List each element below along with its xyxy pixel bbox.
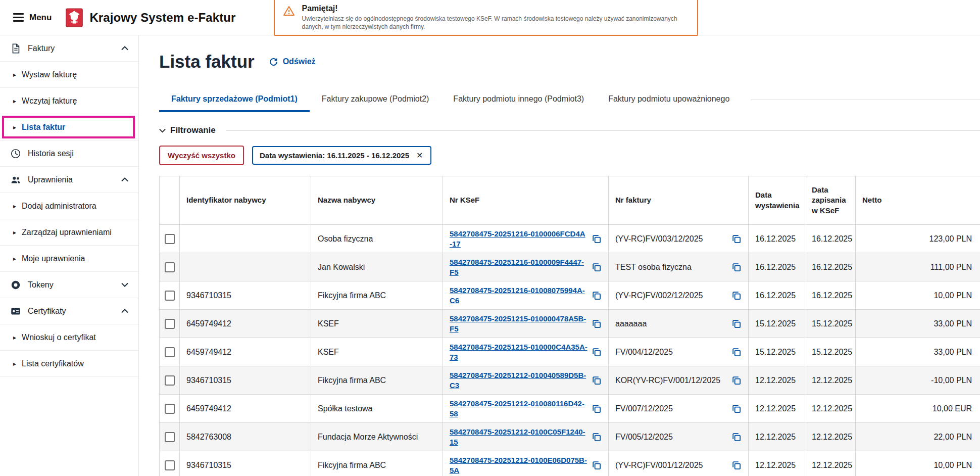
issue-date-cell: 12.12.2025 [749, 366, 805, 395]
ksef-save-date-cell: 12.12.2025 [805, 395, 856, 423]
sidebar-item-lista-faktur[interactable]: ▸ Lista faktur [0, 114, 138, 140]
menu-button[interactable]: Menu [13, 13, 52, 23]
column-header-nazwa-nabywcy: Nazwa nabywcy [311, 176, 443, 225]
tab-faktury-sprzedazowe[interactable]: Faktury sprzedażowe (Podmiot1) [159, 87, 310, 112]
ksef-number-link[interactable]: 5842708475-20251212-010040589D5B-C3 [450, 370, 587, 390]
remove-filter-icon[interactable]: ✕ [415, 151, 424, 160]
ksef-number-link[interactable]: 5842708475-20251212-0100E06D075B-5A [450, 455, 587, 475]
tabs-divider-line [751, 100, 980, 100]
select-column-header [160, 176, 180, 225]
tab-faktury-podmiotu-upowaznionego[interactable]: Faktury podmiotu upoważnionego [596, 87, 742, 112]
copy-ksef-number-icon[interactable] [592, 291, 602, 301]
sidebar-item-wczytaj-fakture[interactable]: ▸ Wczytaj fakturę [0, 88, 138, 114]
copy-ksef-number-icon[interactable] [592, 404, 602, 414]
row-checkbox[interactable] [165, 262, 175, 272]
copy-ksef-number-icon[interactable] [592, 460, 602, 470]
netto-cell: 111,00 PLN [856, 253, 980, 281]
buyer-name-cell: Fikcyjna firma ABC [311, 366, 443, 395]
invoice-number-cell: KOR(YV-RC)FV/001/12/2025 [609, 366, 749, 395]
copy-invoice-number-icon[interactable] [731, 291, 742, 301]
ksef-number-link[interactable]: 5842708475-20251216-01008075994A-C6 [450, 285, 587, 305]
invoice-document-icon [10, 43, 21, 54]
sidebar-item-moje-uprawnienia[interactable]: ▸ Moje uprawnienia [0, 246, 138, 272]
invoice-number-cell: FV/007/12/2025 [609, 395, 749, 423]
buyer-name-cell: KSEF [311, 310, 443, 338]
invoice-row: 9346710315Fikcyjna firma ABC5842708475-2… [160, 281, 980, 310]
copy-ksef-number-icon[interactable] [592, 347, 602, 357]
netto-cell: 33,00 PLN [856, 310, 980, 338]
copy-invoice-number-icon[interactable] [731, 404, 742, 414]
sidebar-item-label: Wystaw fakturę [22, 70, 77, 79]
sidebar-item-zarzadzaj-uprawnieniami[interactable]: ▸ Zarządzaj uprawnieniami [0, 219, 138, 246]
copy-ksef-number-icon[interactable] [592, 432, 602, 442]
invoice-row: 9346710315Fikcyjna firma ABC5842708475-2… [160, 366, 980, 395]
row-select-cell [160, 395, 180, 423]
top-header: Menu Krajowy System e-Faktur Pamiętaj! U… [0, 0, 980, 35]
copy-invoice-number-icon[interactable] [731, 432, 742, 442]
buyer-name-cell: Fikcyjna firma ABC [311, 281, 443, 310]
copy-ksef-number-icon[interactable] [592, 375, 602, 386]
clear-all-filters-button[interactable]: Wyczyść wszystko [159, 146, 244, 165]
copy-invoice-number-icon[interactable] [731, 262, 742, 272]
filter-chip-label: Data wystawienia: 16.11.2025 - 16.12.202… [260, 151, 409, 160]
sidebar-item-label: Certyfikaty [28, 307, 66, 316]
ksef-number-cell: 5842708475-20251216-0100006FCD4A-17 [443, 225, 609, 253]
sidebar-item-dodaj-administratora[interactable]: ▸ Dodaj administratora [0, 193, 138, 219]
row-select-cell [160, 338, 180, 366]
sidebar-item-certyfikaty[interactable]: Certyfikaty [0, 298, 138, 324]
invoice-number-text: FV/005/12/2025 [615, 433, 673, 442]
copy-invoice-number-icon[interactable] [731, 460, 742, 470]
buyer-name-cell: Osoba fizyczna [311, 225, 443, 253]
copy-ksef-number-icon[interactable] [592, 319, 602, 329]
ksef-number-link[interactable]: 5842708475-20251215-010000C4A35A-73 [450, 342, 587, 362]
copy-ksef-number-icon[interactable] [592, 262, 602, 272]
invoice-row: Osoba fizyczna5842708475-20251216-010000… [160, 225, 980, 253]
column-header-data-wystawienia: Data wystawienia [749, 176, 805, 225]
sidebar-item-wnioskuj-o-certyfikat[interactable]: ▸ Wnioskuj o certyfikat [0, 324, 138, 351]
sidebar-item-faktury[interactable]: Faktury [0, 35, 138, 62]
copy-invoice-number-icon[interactable] [731, 347, 742, 357]
row-checkbox[interactable] [165, 319, 175, 329]
row-checkbox[interactable] [165, 291, 175, 301]
active-filters-row: Wyczyść wszystko Data wystawienia: 16.11… [159, 146, 980, 165]
ksef-number-link[interactable]: 5842708475-20251216-0100006FCD4A-17 [450, 229, 587, 249]
ksef-number-link[interactable]: 5842708475-20251212-0100C05F1240-15 [450, 427, 587, 447]
buyer-id-cell: 6459749412 [180, 310, 311, 338]
row-checkbox[interactable] [165, 432, 175, 442]
row-checkbox[interactable] [165, 460, 175, 470]
refresh-button[interactable]: Odśwież [269, 57, 316, 67]
copy-ksef-number-icon[interactable] [592, 234, 602, 244]
row-checkbox[interactable] [165, 404, 175, 414]
issue-date-cell: 12.12.2025 [749, 451, 805, 476]
ksef-number-link[interactable]: 5842708475-20251215-010000478A5B-F5 [450, 314, 587, 334]
filter-section-toggle[interactable]: Filtrowanie [159, 125, 980, 135]
netto-cell: 10,00 PLN [856, 281, 980, 310]
tab-faktury-podmiotu-innego[interactable]: Faktury podmiotu innego (Podmiot3) [441, 87, 596, 112]
ksef-number-link[interactable]: 5842708475-20251212-010080116D42-58 [450, 399, 587, 418]
sidebar: Faktury ▸ Wystaw fakturę ▸ Wczytaj faktu… [0, 35, 139, 476]
ksef-save-date-cell: 15.12.2025 [805, 310, 856, 338]
copy-invoice-number-icon[interactable] [731, 234, 742, 244]
row-checkbox[interactable] [165, 347, 175, 357]
copy-invoice-number-icon[interactable] [731, 375, 742, 386]
sidebar-item-lista-certyfikatow[interactable]: ▸ Lista certyfikatów [0, 351, 138, 377]
invoice-number-cell: (YV-RC)FV/003/12/2025 [609, 225, 749, 253]
sidebar-item-tokeny[interactable]: Tokeny [0, 272, 138, 298]
warning-text: Uwierzytelniasz się do ogólnodostępnego … [302, 15, 689, 31]
row-checkbox[interactable] [165, 375, 175, 386]
sidebar-item-label: Faktury [28, 44, 55, 53]
invoice-number-cell: FV/004/12/2025 [609, 338, 749, 366]
row-checkbox[interactable] [165, 234, 175, 244]
ksef-save-date-cell: 16.12.2025 [805, 281, 856, 310]
sidebar-item-wystaw-fakture[interactable]: ▸ Wystaw fakturę [0, 62, 138, 88]
copy-invoice-number-icon[interactable] [731, 319, 742, 329]
row-select-cell [160, 451, 180, 476]
buyer-id-cell: 9346710315 [180, 281, 311, 310]
ksef-number-link[interactable]: 5842708475-20251216-0100009F4447-F5 [450, 257, 587, 277]
tab-faktury-zakupowe[interactable]: Faktury zakupowe (Podmiot2) [310, 87, 442, 112]
sidebar-item-uprawnienia[interactable]: Uprawnienia [0, 167, 138, 193]
sidebar-item-label: Wczytaj fakturę [22, 97, 77, 106]
filter-chip-data-wystawienia[interactable]: Data wystawienia: 16.11.2025 - 16.12.202… [252, 146, 431, 165]
netto-cell: -10,00 PLN [856, 366, 980, 395]
sidebar-item-historia-sesji[interactable]: Historia sesji [0, 140, 138, 167]
